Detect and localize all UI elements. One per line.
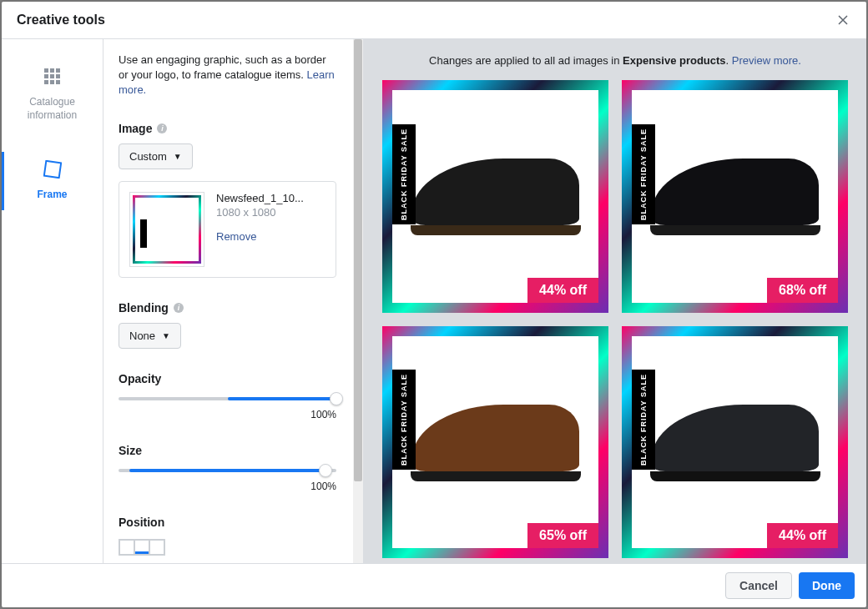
remove-frame-link[interactable]: Remove: [216, 230, 304, 243]
opacity-section-label: Opacity: [119, 372, 336, 385]
nav-item-catalogue[interactable]: Catalogue information: [2, 59, 103, 130]
image-source-dropdown[interactable]: Custom ▼: [119, 143, 193, 169]
nav-label-catalogue: Catalogue information: [7, 96, 98, 122]
black-friday-badge: BLACK FRIDAY SALE: [632, 370, 655, 470]
svg-rect-8: [56, 80, 60, 84]
frame-icon: [43, 160, 62, 182]
chevron-down-icon: ▼: [174, 152, 182, 161]
blending-section-label: Blending i: [119, 301, 336, 315]
opacity-value: 100%: [119, 409, 336, 420]
modal-header: Creative tools: [2, 2, 866, 39]
info-icon[interactable]: i: [174, 303, 184, 313]
opacity-slider[interactable]: 100%: [119, 397, 336, 420]
nav-item-frame[interactable]: Frame: [2, 152, 103, 210]
svg-rect-3: [44, 74, 48, 78]
position-grid[interactable]: [119, 539, 165, 556]
position-section-label: Position: [119, 516, 336, 529]
close-button[interactable]: [835, 12, 851, 28]
cancel-button[interactable]: Cancel: [725, 572, 792, 599]
side-nav: Catalogue information Frame: [2, 39, 103, 563]
discount-badge: 44% off: [767, 523, 838, 548]
info-icon[interactable]: i: [157, 123, 167, 133]
preview-item: BLACK FRIDAY SALE44% off: [382, 80, 608, 313]
settings-panel: Use an engaging graphic, such as a borde…: [103, 39, 364, 563]
panel-scrollbar[interactable]: [353, 39, 363, 563]
frame-image-card: Newsfeed_1_10... 1080 x 1080 Remove: [119, 181, 336, 278]
chevron-down-icon: ▼: [162, 331, 170, 340]
size-section-label: Size: [119, 444, 336, 457]
slider-handle[interactable]: [330, 392, 343, 405]
nav-label-frame: Frame: [37, 189, 67, 202]
grid-icon: [43, 68, 62, 89]
creative-tools-modal: Creative tools Catalogue information: [2, 2, 866, 607]
preview-grid: BLACK FRIDAY SALE44% offBLACK FRIDAY SAL…: [382, 80, 848, 558]
black-friday-badge: BLACK FRIDAY SALE: [632, 124, 655, 224]
frame-dimensions: 1080 x 1080: [216, 206, 304, 219]
image-section-label: Image i: [119, 122, 336, 135]
preview-pane: Changes are applied to all ad images in …: [364, 39, 866, 563]
discount-badge: 44% off: [527, 278, 598, 303]
preview-message: Changes are applied to all ad images in …: [382, 54, 848, 67]
modal-body: Catalogue information Frame Use an engag…: [2, 39, 866, 563]
slider-handle[interactable]: [319, 464, 332, 477]
svg-rect-1: [50, 68, 54, 73]
modal-footer: Cancel Done: [2, 563, 866, 607]
black-friday-badge: BLACK FRIDAY SALE: [392, 124, 416, 224]
size-value: 100%: [119, 481, 336, 492]
svg-rect-2: [56, 68, 60, 73]
preview-item: BLACK FRIDAY SALE65% off: [382, 326, 608, 559]
frame-filename: Newsfeed_1_10...: [216, 192, 304, 204]
done-button[interactable]: Done: [799, 572, 855, 599]
frame-thumbnail[interactable]: [129, 192, 204, 267]
svg-rect-7: [50, 80, 54, 84]
close-icon: [836, 13, 850, 27]
svg-rect-0: [44, 68, 48, 73]
svg-rect-4: [50, 74, 54, 78]
black-friday-badge: BLACK FRIDAY SALE: [392, 370, 416, 470]
discount-badge: 68% off: [767, 278, 838, 303]
blending-dropdown[interactable]: None ▼: [119, 323, 181, 349]
svg-rect-5: [56, 74, 60, 78]
discount-badge: 65% off: [527, 523, 598, 548]
size-slider[interactable]: 100%: [119, 469, 336, 492]
preview-item: BLACK FRIDAY SALE68% off: [622, 80, 848, 313]
preview-item: BLACK FRIDAY SALE44% off: [622, 326, 848, 559]
svg-rect-9: [43, 161, 60, 178]
panel-description: Use an engaging graphic, such as a borde…: [119, 53, 336, 98]
svg-rect-6: [44, 80, 48, 84]
preview-more-link[interactable]: Preview more.: [732, 54, 801, 67]
modal-title: Creative tools: [17, 13, 105, 28]
